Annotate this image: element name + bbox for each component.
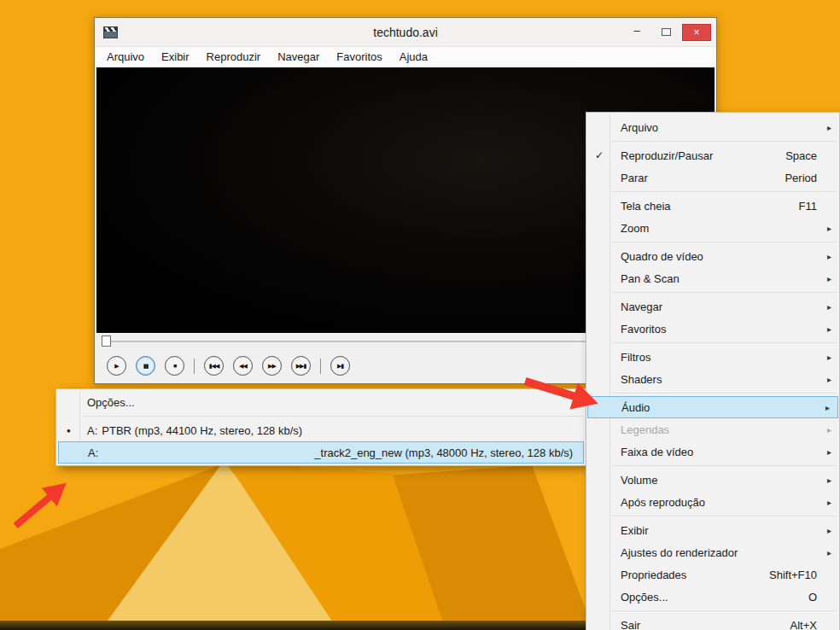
- rewind-icon: ◀◀: [239, 363, 247, 370]
- track-1-prefix: A:: [87, 424, 97, 437]
- step-button[interactable]: ▶▮: [330, 356, 350, 376]
- submenu-arrow-icon: ▸: [827, 274, 831, 283]
- track-2-label: _track2_eng_new (mp3, 48000 Hz, stereo, …: [314, 446, 573, 459]
- submenu-arrow-icon: ▸: [827, 375, 831, 384]
- titlebar[interactable]: techtudo.avi – ×: [95, 18, 716, 47]
- play-icon: ▶: [114, 363, 118, 370]
- menu-item-propriedades[interactable]: Propriedades Shift+F10: [586, 563, 839, 586]
- menu-item-opcoes[interactable]: Opções... O: [586, 586, 839, 608]
- submenu-arrow-icon: ▸: [827, 447, 831, 457]
- close-icon: ×: [693, 26, 699, 38]
- submenu-item-opcoes[interactable]: Opções...: [56, 391, 586, 413]
- skip-forward-button[interactable]: ▶▶▮: [291, 356, 311, 376]
- submenu-arrow-icon: ▸: [827, 548, 831, 557]
- menu-item-zoom[interactable]: Zoom ▸: [586, 217, 839, 239]
- menu-separator: [612, 242, 837, 242]
- minimize-button[interactable]: –: [624, 24, 650, 41]
- menu-separator: [612, 191, 837, 192]
- shortcut-label: Shift+F10: [769, 569, 832, 581]
- menubar-item-navegar[interactable]: Navegar: [269, 48, 328, 66]
- menu-separator: [612, 516, 837, 516]
- audio-track-item-1[interactable]: ● A: PTBR (mp3, 44100 Hz, stereo, 128 kb…: [56, 419, 586, 441]
- menu-item-pan-scan[interactable]: Pan & Scan ▸: [586, 267, 839, 289]
- shortcut-label: Space: [785, 149, 832, 162]
- seek-thumb[interactable]: [102, 335, 111, 347]
- submenu-arrow-icon: ▸: [825, 403, 830, 412]
- shortcut-label: F11: [799, 200, 832, 213]
- pause-button[interactable]: ▮▮: [136, 356, 155, 376]
- skip-forward-icon: ▶▶▮: [296, 363, 306, 370]
- menu-separator: [612, 610, 837, 611]
- fast-forward-button[interactable]: ▶▶: [262, 356, 282, 376]
- menu-item-quadro-de-video[interactable]: Quadro de vídeo ▸: [586, 245, 839, 267]
- submenu-opcoes-label: Opções...: [87, 396, 135, 409]
- stop-icon: ■: [173, 363, 176, 369]
- app-icon: [103, 26, 118, 38]
- menu-item-sair[interactable]: Sair Alt+X: [586, 614, 839, 630]
- menu-separator: [612, 342, 837, 343]
- pause-icon: ▮▮: [143, 363, 149, 370]
- menu-item-parar[interactable]: Parar Period: [586, 166, 839, 189]
- track-2-prefix: A:: [88, 446, 98, 459]
- controls-separator: [194, 359, 195, 374]
- audio-track-submenu: Opções... ● A: PTBR (mp3, 44100 Hz, ster…: [55, 388, 586, 466]
- stop-button[interactable]: ■: [165, 356, 184, 376]
- menu-separator: [612, 465, 837, 466]
- menubar-item-exibir[interactable]: Exibir: [153, 48, 198, 66]
- audio-track-item-2[interactable]: A: _track2_eng_new (mp3, 48000 Hz, stere…: [58, 441, 584, 464]
- radio-dot-icon: ●: [67, 427, 71, 435]
- menu-separator: [612, 393, 837, 394]
- submenu-arrow-icon: ▸: [827, 353, 831, 362]
- maximize-button[interactable]: [653, 24, 679, 41]
- submenu-separator: [82, 416, 583, 417]
- play-button[interactable]: ▶: [107, 356, 126, 376]
- submenu-arrow-icon: ▸: [827, 324, 831, 334]
- menu-separator: [612, 141, 837, 142]
- window-buttons: – ×: [624, 24, 711, 41]
- minimize-icon: –: [633, 24, 639, 37]
- menu-item-exibir[interactable]: Exibir ▸: [586, 519, 839, 541]
- menu-item-audio[interactable]: Áudio ▸: [587, 396, 838, 418]
- menu-item-apos-reproducao[interactable]: Após reprodução ▸: [586, 491, 839, 513]
- submenu-arrow-icon: ▸: [827, 123, 831, 132]
- menu-item-ajustes-renderizador[interactable]: Ajustes do renderizador ▸: [586, 541, 839, 563]
- skip-back-button[interactable]: ▮◀◀: [204, 356, 224, 376]
- step-icon: ▶▮: [337, 363, 343, 370]
- skip-back-icon: ▮◀◀: [209, 363, 219, 370]
- desktop: techtudo.avi – × Arquivo Exibir Reproduz…: [0, 0, 840, 630]
- menu-item-faixa-de-video[interactable]: Faixa de vídeo ▸: [586, 440, 839, 463]
- menu-item-filtros[interactable]: Filtros ▸: [586, 346, 839, 368]
- submenu-arrow-icon: ▸: [827, 425, 831, 435]
- track-1-label: PTBR (mp3, 44100 Hz, stereo, 128 kb/s): [102, 424, 302, 437]
- submenu-arrow-icon: ▸: [827, 224, 831, 233]
- desktop-bottom-shadow: [0, 621, 586, 630]
- menubar-item-favoritos[interactable]: Favoritos: [328, 48, 390, 66]
- window-title: techtudo.avi: [95, 26, 716, 39]
- menu-item-navegar[interactable]: Navegar ▸: [586, 295, 839, 318]
- context-menu: Arquivo ▸ ✓ Reproduzir/Pausar Space Para…: [586, 112, 840, 630]
- menu-item-favoritos[interactable]: Favoritos ▸: [586, 318, 839, 340]
- submenu-arrow-icon: ▸: [827, 475, 831, 485]
- menubar-item-ajuda[interactable]: Ajuda: [391, 48, 436, 66]
- maximize-icon: [662, 28, 671, 36]
- submenu-arrow-icon: ▸: [827, 526, 831, 535]
- submenu-arrow-icon: ▸: [827, 302, 831, 312]
- shortcut-label: Period: [785, 172, 832, 184]
- menu-item-shaders[interactable]: Shaders ▸: [586, 368, 839, 390]
- controls-separator: [320, 359, 321, 374]
- submenu-arrow-icon: ▸: [827, 252, 831, 261]
- menu-item-arquivo[interactable]: Arquivo ▸: [586, 116, 839, 138]
- fast-forward-icon: ▶▶: [268, 363, 276, 370]
- rewind-button[interactable]: ◀◀: [233, 356, 253, 376]
- close-button[interactable]: ×: [682, 24, 711, 41]
- checkmark-icon: ✓: [592, 149, 606, 161]
- submenu-arrow-icon: ▸: [827, 498, 831, 507]
- menu-item-legendas: Legendas ▸: [586, 418, 839, 440]
- menubar-item-reproduzir[interactable]: Reproduzir: [198, 48, 270, 66]
- menu-item-volume[interactable]: Volume ▸: [586, 469, 839, 491]
- menubar: Arquivo Exibir Reproduzir Navegar Favori…: [95, 47, 716, 67]
- menu-separator: [612, 292, 837, 293]
- menu-item-reproduzir-pausar[interactable]: ✓ Reproduzir/Pausar Space: [586, 144, 839, 166]
- menu-item-tela-cheia[interactable]: Tela cheia F11: [586, 195, 839, 217]
- menubar-item-arquivo[interactable]: Arquivo: [98, 48, 153, 66]
